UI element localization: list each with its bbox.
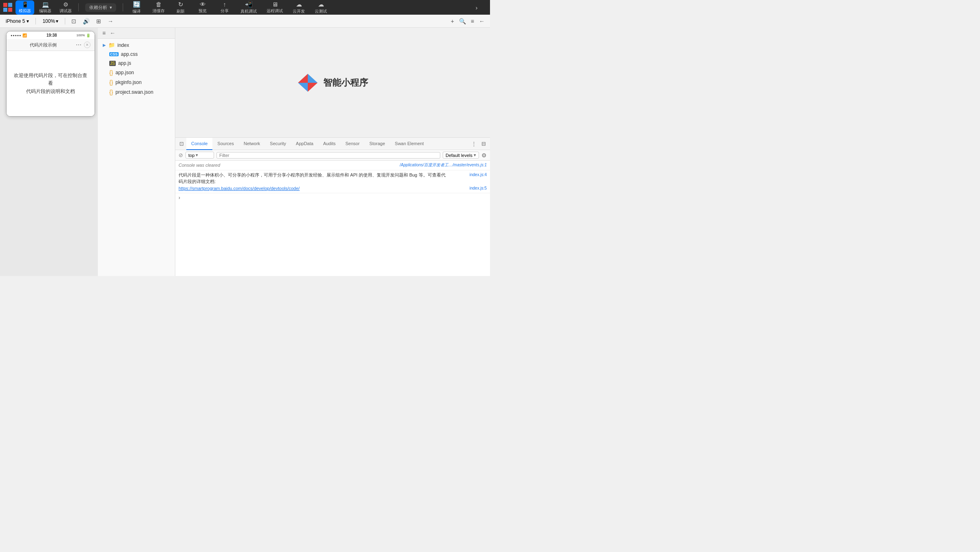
file-name-app-js: app.js <box>118 60 131 66</box>
phone-content: 欢迎使用代码片段，可在控制台查看代码片段的说明和文档 <box>7 51 95 116</box>
tab-audits[interactable]: Audits <box>318 138 341 150</box>
folder-expand-icon: ▶ <box>103 43 106 47</box>
css-file-icon: CSS <box>109 52 119 56</box>
signal-dots: ●●●●● <box>11 34 21 37</box>
file-name-app-css: app.css <box>121 51 138 57</box>
console-cleared-text: Console was cleared <box>179 162 400 169</box>
file-item-app-css[interactable]: CSS app.css <box>98 50 175 59</box>
console-cleared-link[interactable]: /Applications/百度开发者工…/master/events.js:1 <box>400 162 487 168</box>
file-item-project-swan-json[interactable]: {} project.swan.json <box>98 87 175 97</box>
remote-debug-icon: 🖥 <box>272 1 278 8</box>
back-icon[interactable]: ← <box>477 17 487 25</box>
file-item-app-json[interactable]: {} app.json <box>98 68 175 77</box>
level-chevron-icon: ▾ <box>474 152 476 158</box>
console-msg-line: 代码片段是一种体积小、可分享的小程序，可用于分享小程序的开发经验、展示组件和 A… <box>175 170 490 194</box>
search-file-icon[interactable]: 🔍 <box>457 17 468 25</box>
devtool-more-icon[interactable]: ⋮ <box>469 141 479 147</box>
phone-preview-panel: ●●●●● 📶 19:38 100% 🔋 代码片段示例 ⋯ ✕ <box>0 28 98 276</box>
js-file-icon: JS <box>109 61 116 66</box>
nav-back-icon[interactable]: ← <box>108 29 117 37</box>
console-docs-line: 码片段的详细文档: <box>179 178 487 185</box>
share-btn[interactable]: ↑ 分享 <box>214 0 235 15</box>
more-icon: › <box>476 4 478 11</box>
console-cleared-line: Console was cleared /Applications/百度开发者工… <box>175 161 490 170</box>
cloud-test-icon: ☁ <box>318 1 324 8</box>
json-file-icon-2: {} <box>109 79 113 86</box>
console-url-link[interactable]: https://smartprogram.baidu.com/docs/deve… <box>179 185 300 192</box>
zoom-selector[interactable]: 100% ▾ <box>40 18 61 25</box>
phone-status-bar: ●●●●● 📶 19:38 100% 🔋 <box>7 31 95 39</box>
remote-debug-btn[interactable]: 🖥 远程调试 <box>263 0 287 15</box>
tab-network[interactable]: Network <box>239 138 265 150</box>
tab-storage[interactable]: Storage <box>364 138 390 150</box>
nav-list-icon[interactable]: ≡ <box>101 29 107 37</box>
tab-sensor[interactable]: Sensor <box>340 138 364 150</box>
menu-icon[interactable]: ≡ <box>469 17 476 25</box>
context-selector[interactable]: top ▾ <box>185 152 214 159</box>
phone-frame: ●●●●● 📶 19:38 100% 🔋 代码片段示例 ⋯ ✕ <box>6 31 95 117</box>
svg-rect-0 <box>3 3 7 7</box>
dependency-dropdown[interactable]: 依赖分析 ▾ <box>85 3 116 12</box>
compile-icon: 🔄 <box>133 1 141 8</box>
svg-rect-1 <box>8 3 12 7</box>
svg-rect-2 <box>3 8 7 12</box>
console-msg-content: 代码片段是一种体积小、可分享的小程序，可用于分享小程序的开发经验、展示组件和 A… <box>179 172 487 179</box>
tab-swan-element[interactable]: Swan Element <box>390 138 429 150</box>
forward-icon[interactable]: → <box>106 17 115 25</box>
clear-cache-btn[interactable]: 🗑 清缓存 <box>148 0 169 15</box>
overflow-icon[interactable]: ⋯ <box>76 42 82 48</box>
svg-marker-7 <box>308 83 318 92</box>
rotate-icon[interactable]: ⊡ <box>69 17 78 25</box>
folder-icon: 📁 <box>108 42 115 48</box>
device-selector[interactable]: iPhone 5 ▾ <box>3 18 31 25</box>
debugger-btn[interactable]: ⚙ 调试器 <box>56 0 75 15</box>
devtools-settings-icon[interactable]: ⚙ <box>481 152 487 159</box>
add-file-icon[interactable]: + <box>449 17 456 25</box>
device-chevron-icon: ▾ <box>26 18 29 24</box>
cloud-test-btn[interactable]: ☁ 云测试 <box>311 0 331 15</box>
file-item-app-js[interactable]: JS app.js <box>98 59 175 68</box>
cloud-dev-btn[interactable]: ☁ 云开发 <box>289 0 309 15</box>
more-btn[interactable]: › <box>466 3 487 12</box>
level-selector[interactable]: Default levels ▾ <box>443 152 479 159</box>
tab-sources[interactable]: Sources <box>212 138 238 150</box>
tab-console[interactable]: Console <box>186 138 212 150</box>
file-item-pkginfo-json[interactable]: {} pkginfo.json <box>98 77 175 87</box>
refresh-btn[interactable]: ↻ 刷新 <box>170 0 191 15</box>
clear-cache-icon: 🗑 <box>156 1 162 8</box>
device-bar-sep <box>35 18 36 24</box>
tab-appdata[interactable]: AppData <box>291 138 318 150</box>
close-icon[interactable]: ✕ <box>84 42 90 48</box>
device-bar: iPhone 5 ▾ 100% ▾ ⊡ 🔊 ⊞ → + 🔍 ≡ ← <box>0 15 490 28</box>
editor-btn[interactable]: 💻 编辑器 <box>36 0 55 15</box>
screenshot-icon[interactable]: ⊞ <box>94 17 103 25</box>
device-bar-right: + 🔍 ≡ ← <box>449 17 487 25</box>
logo-area: 智能小程序 <box>175 28 490 137</box>
simulator-btn[interactable]: 📱 模拟器 <box>15 0 34 15</box>
console-prompt-arrow: › <box>179 195 180 201</box>
no-entry-icon[interactable]: ⊘ <box>179 152 183 158</box>
file-name-index: index <box>117 42 129 48</box>
right-area: 智能小程序 ⊡ Console Sources Network Security <box>175 28 490 276</box>
file-item-index[interactable]: ▶ 📁 index <box>98 40 175 50</box>
devtool-dock-icon[interactable]: ⊟ <box>479 141 488 147</box>
toolbar-sep-2 <box>123 3 123 11</box>
console-filter-input[interactable] <box>216 152 440 159</box>
logo-diamond-svg <box>297 72 318 93</box>
file-panel-toolbar: ≡ ← <box>98 28 175 39</box>
smart-program-text: 智能小程序 <box>323 77 368 89</box>
sound-icon[interactable]: 🔊 <box>81 17 92 25</box>
editor-icon: 💻 <box>42 1 49 8</box>
phone-nav-bar: 代码片段示例 ⋯ ✕ <box>7 39 95 51</box>
real-device-btn[interactable]: 📲 真机调试 <box>236 0 261 15</box>
tab-security[interactable]: Security <box>265 138 291 150</box>
battery-icon: 🔋 <box>86 33 90 38</box>
console-msg-link[interactable]: index.js:4 <box>470 172 487 178</box>
preview-btn[interactable]: 👁 预览 <box>192 0 213 15</box>
file-panel-icons: ≡ ← <box>101 29 117 37</box>
debugger-icon: ⚙ <box>63 1 68 8</box>
devtools-tabs: ⊡ Console Sources Network Security AppDa… <box>175 138 490 150</box>
devtool-cursor-icon[interactable]: ⊡ <box>177 141 186 147</box>
compile-btn[interactable]: 🔄 编译 <box>126 0 147 15</box>
console-url-source-link[interactable]: index.js:5 <box>470 185 487 192</box>
